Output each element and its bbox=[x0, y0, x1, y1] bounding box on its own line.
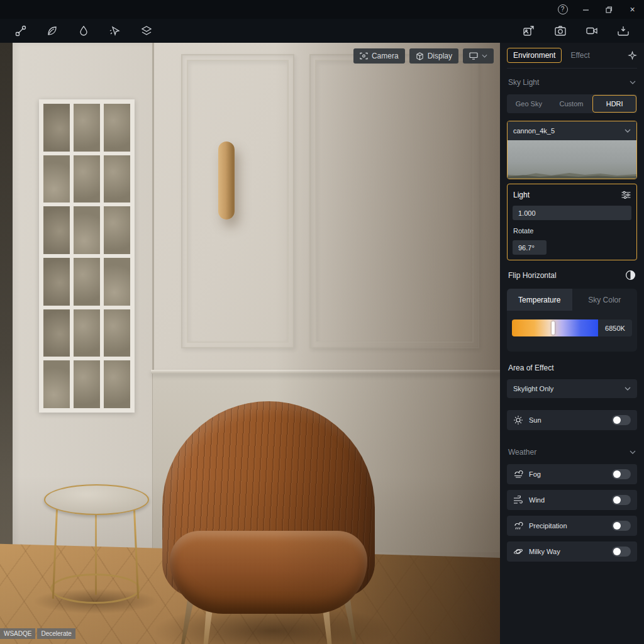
hdri-picker: cannon_4k_5 bbox=[507, 121, 637, 179]
sky-light-section-header[interactable]: Sky Light bbox=[508, 78, 636, 87]
sun-toggle[interactable] bbox=[612, 415, 631, 425]
hdri-preview-image[interactable] bbox=[508, 140, 636, 179]
scene-wall-panel-molding-inner bbox=[187, 60, 289, 343]
milky-way-toggle[interactable] bbox=[612, 547, 631, 557]
toolbar-left-group bbox=[14, 24, 153, 38]
tab-sky-color[interactable]: Sky Color bbox=[572, 289, 638, 311]
wind-row: Wind bbox=[507, 490, 637, 510]
glass-pane bbox=[104, 309, 130, 357]
sun-row: Sun bbox=[507, 410, 637, 430]
temperature-value[interactable]: 6850K bbox=[598, 319, 632, 336]
main-toolbar bbox=[0, 19, 644, 43]
glass-pane bbox=[43, 309, 70, 357]
help-button[interactable]: ? bbox=[551, 0, 574, 19]
chevron-down-icon bbox=[482, 54, 487, 58]
close-icon: × bbox=[630, 4, 635, 14]
glass-pane bbox=[104, 360, 130, 408]
light-settings-box: Light 1.000 Rotate 96.7° bbox=[507, 184, 637, 260]
close-button[interactable]: × bbox=[621, 0, 644, 19]
fog-label: Fog bbox=[529, 470, 541, 478]
light-intensity-input[interactable]: 1.000 bbox=[513, 206, 631, 220]
monitor-options-button[interactable] bbox=[463, 48, 494, 64]
table-ring bbox=[50, 574, 140, 604]
glass-pane bbox=[74, 309, 100, 357]
monitor-icon bbox=[469, 52, 478, 60]
help-icon: ? bbox=[558, 4, 568, 14]
sliders-icon[interactable] bbox=[621, 191, 631, 199]
toggle-knob bbox=[613, 522, 621, 530]
wind-label: Wind bbox=[529, 496, 545, 504]
hdri-dropdown[interactable]: cannon_4k_5 bbox=[508, 121, 636, 140]
cube-icon bbox=[416, 52, 424, 60]
precipitation-toggle[interactable] bbox=[612, 521, 631, 531]
hud-mode-badge: Decelerate bbox=[37, 628, 75, 639]
display-mode-button[interactable]: Display bbox=[409, 48, 458, 64]
scene-door bbox=[13, 43, 154, 557]
layers-tool-icon[interactable] bbox=[140, 24, 153, 38]
titlebar: ? × bbox=[0, 0, 644, 19]
navigation-hud: WSADQE Decelerate bbox=[0, 628, 75, 639]
milky-way-icon bbox=[513, 547, 523, 557]
path-tool-icon[interactable] bbox=[14, 24, 28, 38]
vegetation-tool-icon[interactable] bbox=[45, 24, 59, 38]
precipitation-label: Precipitation bbox=[529, 522, 567, 530]
glass-pane bbox=[43, 258, 70, 306]
rotate-angle-input[interactable]: 96.7° bbox=[513, 240, 547, 255]
tab-temperature[interactable]: Temperature bbox=[507, 289, 572, 311]
hud-keys-badge: WSADQE bbox=[0, 628, 35, 639]
inbox-download-icon[interactable] bbox=[616, 24, 630, 38]
glass-pane bbox=[104, 155, 130, 203]
sky-mode-geo-sky[interactable]: Geo Sky bbox=[508, 95, 550, 113]
scene-door-glass bbox=[39, 99, 135, 413]
scene-wall-panel-molding-inner bbox=[315, 60, 474, 343]
glass-pane bbox=[74, 155, 100, 203]
camera-view-label: Camera bbox=[372, 52, 399, 60]
scene-side-table bbox=[43, 484, 150, 613]
temperature-slider-handle[interactable] bbox=[552, 321, 555, 335]
fog-icon bbox=[513, 470, 523, 479]
temperature-gradient-slider[interactable] bbox=[512, 319, 598, 336]
glass-pane bbox=[104, 258, 130, 306]
brush-tool-icon[interactable] bbox=[108, 24, 122, 38]
scene-wall-panel-molding bbox=[309, 54, 479, 348]
screenshot-camera-icon[interactable] bbox=[553, 24, 567, 38]
glass-pane bbox=[74, 360, 100, 408]
tab-effect[interactable]: Effect bbox=[570, 51, 589, 60]
weather-section-header[interactable]: Weather bbox=[508, 448, 636, 457]
chair-seat bbox=[170, 531, 367, 614]
temperature-control-row: 6850K bbox=[512, 319, 632, 336]
toggle-knob bbox=[613, 470, 621, 478]
sky-mode-hdri[interactable]: HDRI bbox=[592, 95, 636, 113]
scene-door-glass-grid bbox=[43, 104, 130, 408]
table-top bbox=[44, 484, 149, 515]
milky-way-row: Milky Way bbox=[507, 541, 637, 562]
toggle-knob bbox=[613, 496, 621, 504]
viewport-3d-scene[interactable]: Camera Display WSADQE Decelerate bbox=[0, 43, 500, 644]
restore-button[interactable] bbox=[597, 0, 621, 19]
hdri-name: cannon_4k_5 bbox=[513, 127, 555, 135]
glass-pane bbox=[43, 155, 70, 203]
display-mode-label: Display bbox=[428, 52, 452, 60]
precipitation-row: Precipitation bbox=[507, 516, 637, 536]
glass-pane bbox=[104, 104, 130, 152]
glass-pane bbox=[74, 206, 100, 254]
glass-pane bbox=[74, 104, 100, 152]
restore-icon bbox=[606, 6, 613, 13]
camera-view-button[interactable]: Camera bbox=[353, 48, 405, 64]
wind-toggle[interactable] bbox=[612, 495, 631, 505]
video-camera-icon[interactable] bbox=[585, 24, 599, 38]
toggle-knob bbox=[613, 416, 621, 424]
contrast-flip-icon[interactable] bbox=[625, 270, 636, 280]
sparkle-icon[interactable] bbox=[628, 51, 637, 60]
area-of-effect-dropdown[interactable]: Skylight Only bbox=[507, 379, 637, 398]
fog-toggle[interactable] bbox=[612, 469, 631, 479]
scene-chair-rail bbox=[151, 370, 500, 374]
toggle-knob bbox=[613, 548, 621, 555]
render-export-icon[interactable] bbox=[522, 24, 536, 38]
milky-way-label: Milky Way bbox=[529, 548, 560, 555]
chevron-down-icon bbox=[625, 387, 631, 391]
water-tool-icon[interactable] bbox=[77, 24, 91, 38]
sky-mode-custom[interactable]: Custom bbox=[550, 95, 593, 113]
tab-environment[interactable]: Environment bbox=[507, 48, 562, 63]
minimize-button[interactable] bbox=[574, 0, 597, 19]
